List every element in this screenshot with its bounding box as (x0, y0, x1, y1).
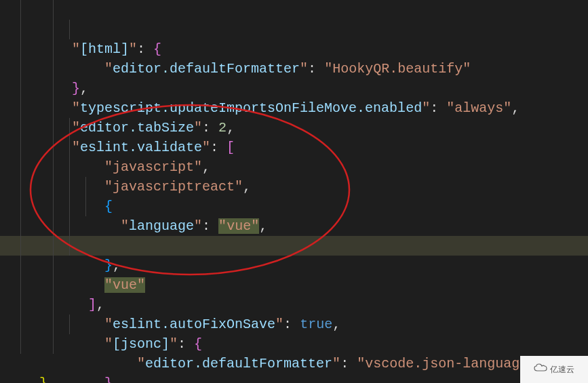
code-line: "[jsonc]": { (0, 295, 588, 315)
code-line: }, (0, 39, 588, 59)
code-line: "typescript.updateImportsOnFileMove.enab… (0, 59, 588, 79)
code-line: "editor.tabSize": 2, (0, 79, 588, 98)
code-line: } (0, 334, 588, 354)
code-line: "javascript", (0, 118, 588, 138)
code-line: }, (0, 216, 588, 236)
code-line: "language": "vue", (0, 177, 588, 197)
code-line: "editor.defaultFormatter": "HookyQR.beau… (0, 20, 588, 39)
code-line: "editor.defaultFormatter": "vscode.json-… (0, 315, 588, 334)
watermark-badge: 亿速云 (520, 356, 588, 383)
code-line: } (0, 354, 588, 374)
code-line: ], (0, 256, 588, 275)
cloud-icon (534, 360, 547, 380)
code-line: "javascriptreact", (0, 138, 588, 157)
code-line: { (0, 157, 588, 177)
code-line: "autoFix": true (0, 197, 588, 216)
code-editor[interactable]: "[html]": { "editor.defaultFormatter": "… (0, 0, 588, 374)
code-line: "eslint.validate": [ (0, 98, 588, 118)
code-line-highlighted: "vue" (0, 236, 588, 256)
watermark-text: 亿速云 (550, 360, 574, 380)
code-line: "[html]": { (0, 0, 588, 20)
code-line: "eslint.autoFixOnSave": true, (0, 275, 588, 295)
